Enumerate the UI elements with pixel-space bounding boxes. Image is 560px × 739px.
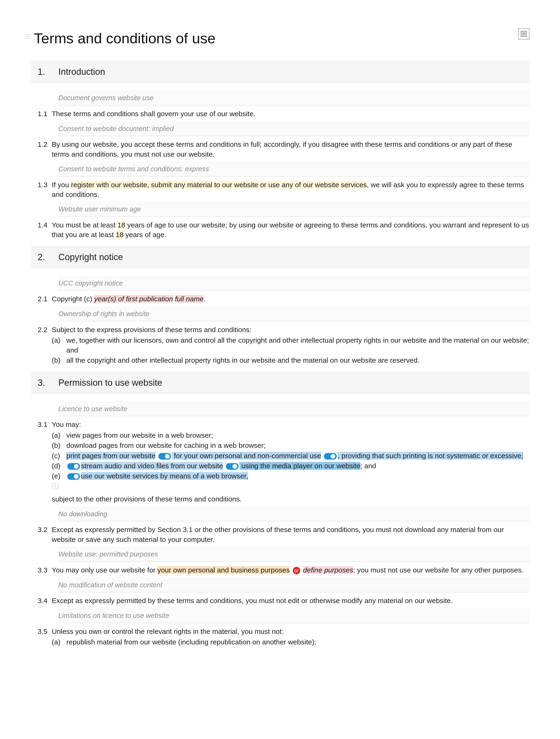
sub-letter: (a) xyxy=(52,637,66,647)
section-number: 3. xyxy=(38,377,58,389)
clause-text: You may: (a)view pages from our website … xyxy=(52,420,529,504)
option-field[interactable]: your own personal and business purposes xyxy=(157,566,290,574)
sub-letter: (e) xyxy=(52,471,66,481)
clause-number: 3.1 xyxy=(31,420,52,430)
clause-number: 3.2 xyxy=(31,525,52,535)
toggle-switch[interactable] xyxy=(67,473,80,480)
sub-letter: (b) xyxy=(52,441,66,450)
document-title: Terms and conditions of use xyxy=(34,28,518,49)
section-title: Copyright notice xyxy=(58,251,123,263)
add-item-icon[interactable] xyxy=(52,483,59,490)
clause-caption: Website user minimum age xyxy=(58,204,529,214)
section-heading: 3. Permission to use website xyxy=(31,372,529,394)
clause-caption: No modification of website content xyxy=(58,580,529,590)
document-body: 1. Introduction Document governs website… xyxy=(31,60,529,649)
clause-number: 2.2 xyxy=(31,325,52,335)
clause-text: If you register with our website, submit… xyxy=(52,180,529,199)
clause-caption: Licence to use website xyxy=(58,404,529,414)
clause-number: 2.1 xyxy=(31,294,52,304)
clause-caption: No downloading xyxy=(58,509,529,519)
clause-number: 3.3 xyxy=(31,565,52,575)
section-number: 2. xyxy=(38,251,58,263)
clause-number: 3.4 xyxy=(31,596,52,606)
clause-caption: Limitations on licence to use website xyxy=(58,611,529,620)
or-pill[interactable]: or xyxy=(293,567,300,574)
placeholder-field[interactable]: define purposes xyxy=(303,566,354,574)
sub-letter: (c) xyxy=(52,451,66,460)
clause-caption: Website use: permitted purposes xyxy=(58,550,529,559)
section-title: Introduction xyxy=(58,65,105,78)
clause-text: Except as expressly permitted by Section… xyxy=(52,525,529,544)
editable-field[interactable]: register with our website, submit any ma… xyxy=(71,181,367,189)
clause-caption: Document governs website use xyxy=(58,93,529,103)
section-heading: 1. Introduction xyxy=(31,60,529,83)
clause-number: 1.1 xyxy=(31,109,52,119)
section-number: 1. xyxy=(38,65,58,78)
clause-text: By using our website, you accept these t… xyxy=(52,139,529,159)
clause-number: 1.4 xyxy=(31,220,52,230)
clause-text: Subject to the express provisions of the… xyxy=(52,325,529,365)
clause-text: You must be at least 18 years of age to … xyxy=(52,220,529,240)
list-icon xyxy=(520,30,527,37)
clause-text: Except as expressly permitted by these t… xyxy=(52,596,529,605)
toggle-switch[interactable] xyxy=(324,453,337,460)
editable-field[interactable]: 18 xyxy=(116,231,124,239)
sub-letter: (d) xyxy=(52,461,66,471)
clause-text: These terms and conditions shall govern … xyxy=(52,109,529,119)
clause-caption: Consent to website document: implied xyxy=(58,124,529,134)
toggle-switch[interactable] xyxy=(67,463,80,470)
sub-letter: (a) xyxy=(52,335,66,355)
section-heading: 2. Copyright notice xyxy=(31,246,529,269)
sub-letter: (a) xyxy=(52,430,66,440)
drag-handle-icon[interactable] xyxy=(23,32,31,40)
clause-text: Unless you own or control the relevant r… xyxy=(52,626,529,647)
placeholder-field[interactable]: full name xyxy=(175,295,204,303)
section-title: Permission to use website xyxy=(58,377,162,389)
clause-number: 1.3 xyxy=(31,180,52,190)
toggle-switch[interactable] xyxy=(158,453,171,460)
clause-number: 3.5 xyxy=(31,626,52,636)
toc-button[interactable] xyxy=(518,28,529,39)
clause-number: 1.2 xyxy=(31,139,52,149)
clause-text: Copyright (c) year(s) of first publicati… xyxy=(52,294,529,304)
clause-caption: UCC copyright notice xyxy=(58,279,529,288)
editable-field[interactable]: 18 xyxy=(117,221,125,229)
placeholder-field[interactable]: year(s) of first publication xyxy=(94,295,173,303)
clause-text: You may only use our website for your ow… xyxy=(52,565,529,575)
clause-caption: Ownership of rights in website xyxy=(58,309,529,319)
sub-letter: (b) xyxy=(52,355,66,365)
clause-caption: Consent to website terms and conditions:… xyxy=(58,164,529,174)
toggle-switch[interactable] xyxy=(226,463,239,470)
